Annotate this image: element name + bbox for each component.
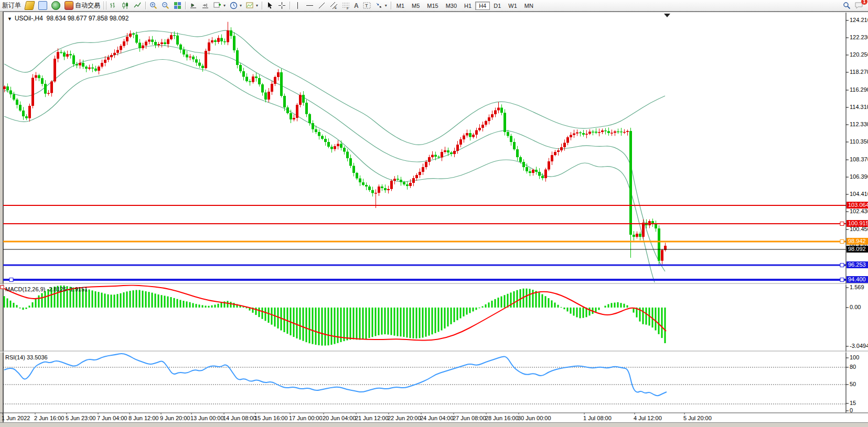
- price-axis-tick: 122.230: [850, 34, 868, 40]
- rsi-axis-tick: 15: [850, 400, 856, 406]
- time-axis-label: 27 Jun 08:00: [453, 415, 486, 421]
- time-axis-label: 30 Jun 00:00: [518, 415, 551, 421]
- collapse-triangle-icon: ▼: [7, 16, 12, 21]
- price-axis-tick: 114.310: [850, 104, 868, 110]
- mt4-terminal: 新订单 自动交易: [0, 0, 868, 427]
- rsi-axis-tick: 0: [850, 407, 853, 413]
- time-axis-label: 13 Jun 00:00: [190, 415, 224, 421]
- price-axis-tick: 124.210: [850, 17, 868, 23]
- rsi-axis-tick: 50: [850, 381, 856, 387]
- price-axis-tick: 112.330: [850, 121, 868, 127]
- time-axis-label: 14 Jun 08:00: [223, 415, 256, 421]
- price-axis-tick: 108.370: [850, 156, 868, 162]
- price-axis-tick: 102.430: [850, 208, 868, 214]
- time-axis-label: 20 Jun 04:00: [323, 415, 356, 421]
- price-axis-tick: 118.270: [850, 69, 868, 75]
- time-axis-label: 5 Jun 23:00: [66, 415, 96, 421]
- rsi-indicator-label: RSI(14) 33.5036: [5, 354, 48, 360]
- price-axis-tick: 104.410: [850, 191, 868, 197]
- price-line-label: 98.942: [846, 238, 868, 245]
- time-axis-label: 5 Jul 20:00: [683, 415, 712, 421]
- macd-axis-tick: 0.00: [850, 304, 861, 310]
- time-axis-label: 1 Jun 2022: [2, 415, 30, 421]
- time-axis-label: 2 Jun 16:00: [34, 415, 65, 421]
- rsi-axis-tick: 100: [850, 354, 859, 360]
- price-axis-tick: 120.250: [850, 51, 868, 58]
- time-axis-label: 22 Jun 20:00: [388, 415, 421, 421]
- price-axis-tick: 110.350: [850, 138, 868, 145]
- chart-title: ▼USOil-,H4 98.634 98.677 97.858 98.092: [7, 15, 128, 22]
- price-line-label: 100.915: [846, 220, 868, 227]
- window-bottom-frame: [0, 422, 868, 427]
- macd-axis-tick: 1.569: [850, 284, 864, 290]
- time-axis-label: 28 Jun 16:00: [485, 415, 519, 421]
- time-axis-label: 1 Jul 08:00: [583, 415, 612, 421]
- time-axis-label: 24 Jun 04:00: [420, 415, 454, 421]
- price-axis-tick: 116.290: [850, 86, 868, 93]
- macd-axis-tick: -3.0494: [850, 343, 868, 349]
- time-axis-label: 8 Jun 12:00: [128, 415, 159, 421]
- time-axis-label: 9 Jun 20:00: [160, 415, 190, 421]
- price-line-label: 98.092: [846, 246, 868, 253]
- price-line-label: 96.253: [846, 261, 868, 268]
- time-axis-label: 21 Jun 12:00: [355, 415, 389, 421]
- chart-canvas[interactable]: [0, 0, 868, 427]
- chart-ohlc-values: 98.634 98.677 97.858 98.092: [47, 15, 129, 22]
- price-line-label: 103.064: [846, 202, 868, 209]
- rsi-axis-tick: 80: [850, 364, 856, 370]
- chart-symbol-period: USOil-,H4: [15, 15, 43, 22]
- time-axis-label: 4 Jul 12:00: [634, 415, 662, 421]
- time-axis-label: 7 Jun 04:00: [97, 415, 127, 421]
- price-axis-tick: 106.390: [850, 173, 868, 180]
- time-axis-label: 17 Jun 00:00: [289, 415, 323, 421]
- price-line-label: 94.400: [846, 276, 868, 283]
- time-axis-label: 15 Jun 16:00: [254, 415, 288, 421]
- macd-indicator-label: MACD(12,26,9) -2.8125 -1.9151: [5, 286, 88, 292]
